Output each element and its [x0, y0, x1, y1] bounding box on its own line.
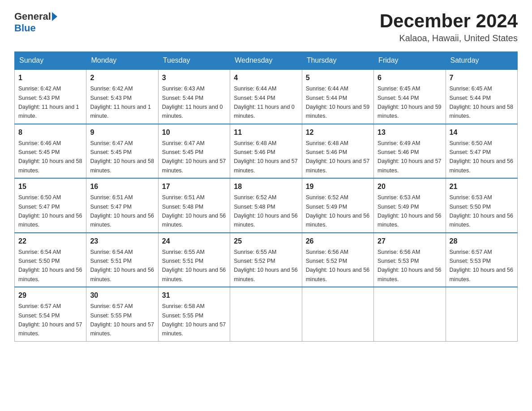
calendar-header-row: SundayMondayTuesdayWednesdayThursdayFrid…: [15, 52, 518, 70]
day-number: 21: [450, 181, 514, 192]
day-info: Sunrise: 6:50 AMSunset: 5:47 PMDaylight:…: [450, 140, 513, 174]
day-number: 18: [234, 181, 298, 192]
day-info: Sunrise: 6:45 AMSunset: 5:44 PMDaylight:…: [378, 86, 441, 119]
day-number: 1: [18, 73, 82, 83]
location: Kalaoa, Hawaii, United States: [380, 33, 518, 43]
calendar-cell: 8Sunrise: 6:46 AMSunset: 5:45 PMDaylight…: [15, 124, 86, 179]
day-number: 16: [90, 181, 154, 192]
logo-general-text: General: [14, 11, 51, 22]
calendar-cell: 6Sunrise: 6:45 AMSunset: 5:44 PMDaylight…: [374, 69, 446, 124]
day-number: 25: [234, 236, 298, 247]
day-number: 3: [162, 73, 226, 83]
day-info: Sunrise: 6:51 AMSunset: 5:47 PMDaylight:…: [90, 194, 154, 228]
calendar-cell: 31Sunrise: 6:58 AMSunset: 5:55 PMDayligh…: [158, 287, 230, 341]
calendar-week-row: 15Sunrise: 6:50 AMSunset: 5:47 PMDayligh…: [15, 178, 518, 233]
calendar-cell: 28Sunrise: 6:57 AMSunset: 5:53 PMDayligh…: [446, 233, 517, 287]
calendar-header-tuesday: Tuesday: [158, 52, 230, 70]
calendar-cell: 9Sunrise: 6:47 AMSunset: 5:45 PMDaylight…: [86, 124, 158, 179]
calendar-cell: 4Sunrise: 6:44 AMSunset: 5:44 PMDaylight…: [230, 69, 302, 124]
day-info: Sunrise: 6:48 AMSunset: 5:46 PMDaylight:…: [306, 140, 369, 174]
day-info: Sunrise: 6:58 AMSunset: 5:55 PMDaylight:…: [162, 303, 226, 337]
day-number: 29: [18, 290, 82, 301]
day-number: 8: [18, 127, 82, 138]
day-info: Sunrise: 6:42 AMSunset: 5:43 PMDaylight:…: [18, 86, 79, 119]
calendar-cell: 23Sunrise: 6:54 AMSunset: 5:51 PMDayligh…: [86, 233, 158, 287]
calendar-cell: 24Sunrise: 6:55 AMSunset: 5:51 PMDayligh…: [158, 233, 230, 287]
page-header: General Blue December 2024 Kalaoa, Hawai…: [14, 11, 518, 43]
day-info: Sunrise: 6:47 AMSunset: 5:45 PMDaylight:…: [162, 140, 226, 174]
day-number: 19: [306, 181, 370, 192]
calendar-cell: 1Sunrise: 6:42 AMSunset: 5:43 PMDaylight…: [15, 69, 86, 124]
day-info: Sunrise: 6:43 AMSunset: 5:44 PMDaylight:…: [162, 86, 223, 119]
calendar-cell: [374, 287, 446, 341]
calendar-header-wednesday: Wednesday: [230, 52, 302, 70]
calendar-cell: 26Sunrise: 6:56 AMSunset: 5:52 PMDayligh…: [302, 233, 373, 287]
calendar-cell: [302, 287, 373, 341]
calendar-cell: 7Sunrise: 6:45 AMSunset: 5:44 PMDaylight…: [446, 69, 517, 124]
day-number: 22: [18, 236, 82, 247]
calendar-cell: 17Sunrise: 6:51 AMSunset: 5:48 PMDayligh…: [158, 178, 230, 233]
day-number: 13: [378, 127, 442, 138]
calendar-cell: 15Sunrise: 6:50 AMSunset: 5:47 PMDayligh…: [15, 178, 86, 233]
day-info: Sunrise: 6:55 AMSunset: 5:51 PMDaylight:…: [162, 249, 226, 283]
calendar-cell: 20Sunrise: 6:53 AMSunset: 5:49 PMDayligh…: [374, 178, 446, 233]
calendar-cell: 29Sunrise: 6:57 AMSunset: 5:54 PMDayligh…: [15, 287, 86, 341]
day-number: 23: [90, 236, 154, 247]
calendar-cell: 21Sunrise: 6:53 AMSunset: 5:50 PMDayligh…: [446, 178, 517, 233]
day-number: 17: [162, 181, 226, 192]
day-info: Sunrise: 6:55 AMSunset: 5:52 PMDaylight:…: [234, 249, 297, 283]
logo: General Blue: [14, 11, 58, 34]
calendar-cell: 22Sunrise: 6:54 AMSunset: 5:50 PMDayligh…: [15, 233, 86, 287]
calendar-header-saturday: Saturday: [446, 52, 517, 70]
calendar-cell: 19Sunrise: 6:52 AMSunset: 5:49 PMDayligh…: [302, 178, 373, 233]
calendar-cell: 5Sunrise: 6:44 AMSunset: 5:44 PMDaylight…: [302, 69, 373, 124]
day-number: 4: [234, 73, 298, 83]
day-info: Sunrise: 6:57 AMSunset: 5:55 PMDaylight:…: [90, 303, 154, 337]
calendar-cell: 30Sunrise: 6:57 AMSunset: 5:55 PMDayligh…: [86, 287, 158, 341]
calendar-cell: 18Sunrise: 6:52 AMSunset: 5:48 PMDayligh…: [230, 178, 302, 233]
day-info: Sunrise: 6:51 AMSunset: 5:48 PMDaylight:…: [162, 194, 226, 228]
calendar-cell: 2Sunrise: 6:42 AMSunset: 5:43 PMDaylight…: [86, 69, 158, 124]
day-info: Sunrise: 6:46 AMSunset: 5:45 PMDaylight:…: [18, 140, 82, 174]
day-number: 24: [162, 236, 226, 247]
calendar-header-friday: Friday: [374, 52, 446, 70]
day-number: 27: [378, 236, 442, 247]
title-area: December 2024 Kalaoa, Hawaii, United Sta…: [380, 11, 518, 43]
day-number: 10: [162, 127, 226, 138]
calendar-cell: 25Sunrise: 6:55 AMSunset: 5:52 PMDayligh…: [230, 233, 302, 287]
day-number: 20: [378, 181, 442, 192]
calendar-cell: 16Sunrise: 6:51 AMSunset: 5:47 PMDayligh…: [86, 178, 158, 233]
calendar-header-sunday: Sunday: [15, 52, 86, 70]
day-info: Sunrise: 6:47 AMSunset: 5:45 PMDaylight:…: [90, 140, 154, 174]
day-info: Sunrise: 6:48 AMSunset: 5:46 PMDaylight:…: [234, 140, 297, 174]
calendar-cell: [230, 287, 302, 341]
day-info: Sunrise: 6:57 AMSunset: 5:54 PMDaylight:…: [18, 303, 82, 337]
calendar-cell: 13Sunrise: 6:49 AMSunset: 5:46 PMDayligh…: [374, 124, 446, 179]
day-info: Sunrise: 6:42 AMSunset: 5:43 PMDaylight:…: [90, 86, 151, 119]
day-info: Sunrise: 6:52 AMSunset: 5:49 PMDaylight:…: [306, 194, 369, 228]
day-number: 30: [90, 290, 154, 301]
calendar-cell: 12Sunrise: 6:48 AMSunset: 5:46 PMDayligh…: [302, 124, 373, 179]
day-number: 28: [450, 236, 514, 247]
day-number: 31: [162, 290, 226, 301]
day-number: 15: [18, 181, 82, 192]
day-info: Sunrise: 6:44 AMSunset: 5:44 PMDaylight:…: [306, 86, 369, 119]
calendar-cell: 3Sunrise: 6:43 AMSunset: 5:44 PMDaylight…: [158, 69, 230, 124]
day-number: 12: [306, 127, 370, 138]
day-info: Sunrise: 6:49 AMSunset: 5:46 PMDaylight:…: [378, 140, 441, 174]
day-number: 11: [234, 127, 298, 138]
day-number: 6: [378, 73, 442, 83]
day-number: 7: [450, 73, 514, 83]
day-info: Sunrise: 6:57 AMSunset: 5:53 PMDaylight:…: [450, 249, 513, 283]
day-info: Sunrise: 6:45 AMSunset: 5:44 PMDaylight:…: [450, 86, 513, 119]
day-info: Sunrise: 6:54 AMSunset: 5:51 PMDaylight:…: [90, 249, 154, 283]
day-info: Sunrise: 6:50 AMSunset: 5:47 PMDaylight:…: [18, 194, 82, 228]
month-title: December 2024: [380, 11, 518, 31]
calendar-cell: [446, 287, 517, 341]
logo-arrow-icon: [52, 12, 57, 21]
day-number: 5: [306, 73, 370, 83]
calendar-header-monday: Monday: [86, 52, 158, 70]
calendar-cell: 27Sunrise: 6:56 AMSunset: 5:53 PMDayligh…: [374, 233, 446, 287]
day-info: Sunrise: 6:52 AMSunset: 5:48 PMDaylight:…: [234, 194, 297, 228]
day-info: Sunrise: 6:56 AMSunset: 5:53 PMDaylight:…: [378, 249, 441, 283]
